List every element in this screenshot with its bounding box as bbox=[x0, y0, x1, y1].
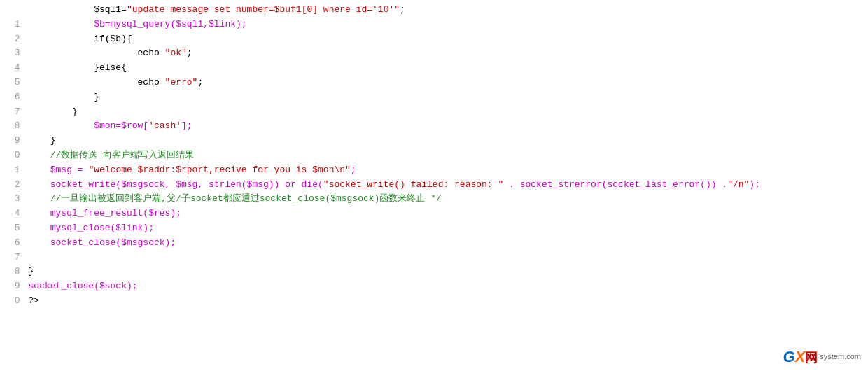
line-code: //一旦输出被返回到客户端,父/子socket都应通过socket_close(… bbox=[26, 192, 868, 207]
code-segment: "update message set number=$buf1[0] wher… bbox=[127, 4, 400, 15]
line-number: 3 bbox=[0, 46, 26, 61]
line-number: 4 bbox=[0, 61, 26, 76]
line-number: 0 bbox=[0, 148, 26, 163]
line-number: 8 bbox=[0, 119, 26, 134]
code-segment: } bbox=[29, 106, 78, 117]
line-number: 5 bbox=[0, 221, 26, 236]
watermark-x: X bbox=[795, 344, 806, 369]
line-number: 0 bbox=[0, 294, 26, 309]
code-segment: ; bbox=[187, 48, 192, 58]
code-table: $sql1="update message set number=$buf1[0… bbox=[0, 3, 868, 309]
table-row: 0 //数据传送 向客户端写入返回结果 bbox=[0, 148, 868, 163]
code-segment: ; bbox=[351, 165, 356, 175]
line-code: } bbox=[26, 105, 868, 120]
table-row: 4 }else{ bbox=[0, 61, 868, 76]
line-number: 9 bbox=[0, 134, 26, 148]
code-segment: mysql_free_result($res); bbox=[29, 208, 181, 218]
code-segment: "socket_write() failed: reason: " bbox=[323, 179, 503, 190]
code-segment: "ok" bbox=[165, 48, 187, 58]
line-code: socket_write($msgsock, $msg, strlen($msg… bbox=[26, 178, 868, 193]
code-segment: 'cash' bbox=[148, 120, 181, 131]
line-code: if($b){ bbox=[26, 32, 868, 47]
watermark-g: G bbox=[783, 344, 795, 369]
table-row: 2 socket_write($msgsock, $msg, strlen($m… bbox=[0, 178, 868, 193]
table-row: 1 $msg = "welcome $raddr:$rport,recive f… bbox=[0, 163, 868, 178]
watermark-net: 网 bbox=[805, 348, 818, 368]
code-segment: "/n" bbox=[727, 179, 749, 190]
line-code: $sql1="update message set number=$buf1[0… bbox=[26, 3, 868, 18]
table-row: 8 $mon=$row['cash']; bbox=[0, 119, 868, 134]
line-code: } bbox=[26, 265, 868, 279]
code-segment: ?> bbox=[29, 295, 40, 306]
code-segment: } bbox=[29, 92, 99, 102]
code-segment: "erro" bbox=[165, 77, 198, 88]
line-number: 7 bbox=[0, 251, 26, 265]
code-segment: ]; bbox=[181, 120, 192, 131]
code-segment: ; bbox=[400, 4, 405, 15]
table-row: 9socket_close($sock); bbox=[0, 279, 868, 294]
line-number: 1 bbox=[0, 163, 26, 178]
table-row: 9 } bbox=[0, 134, 868, 148]
line-code: } bbox=[26, 134, 868, 148]
table-row: 2 if($b){ bbox=[0, 32, 868, 47]
table-row: 0?> bbox=[0, 294, 868, 309]
line-number: 5 bbox=[0, 76, 26, 90]
table-row: 3 echo "ok"; bbox=[0, 46, 868, 61]
line-code bbox=[26, 251, 868, 265]
table-row: 1 $b=mysql_query($sql1,$link); bbox=[0, 18, 868, 32]
code-segment: ); bbox=[749, 179, 760, 190]
code-segment: socket_write($msgsock, $msg, strlen($msg… bbox=[29, 179, 323, 190]
line-code: ?> bbox=[26, 294, 868, 309]
code-segment: echo bbox=[29, 48, 165, 58]
table-row: $sql1="update message set number=$buf1[0… bbox=[0, 3, 868, 18]
code-segment: } bbox=[29, 135, 56, 146]
code-segment: //数据传送 向客户端写入返回结果 bbox=[29, 150, 195, 160]
line-code: socket_close($msgsock); bbox=[26, 236, 868, 251]
table-row: 7 } bbox=[0, 105, 868, 120]
line-number: 2 bbox=[0, 178, 26, 193]
line-code: } bbox=[26, 90, 868, 105]
line-number: 6 bbox=[0, 236, 26, 251]
line-number: 4 bbox=[0, 207, 26, 221]
line-code: echo "ok"; bbox=[26, 46, 868, 61]
code-segment: $mon=$row[ bbox=[29, 120, 149, 131]
table-row: 5 echo "erro"; bbox=[0, 76, 868, 90]
code-segment: echo bbox=[29, 77, 165, 88]
line-code: echo "erro"; bbox=[26, 76, 868, 90]
watermark-site: system.com bbox=[820, 352, 861, 361]
table-row: 3 //一旦输出被返回到客户端,父/子socket都应通过socket_clos… bbox=[0, 192, 868, 207]
line-number: 2 bbox=[0, 32, 26, 47]
code-segment: $b=mysql_query($sql1,$link); bbox=[29, 19, 247, 29]
code-segment: $msg = bbox=[29, 165, 89, 175]
line-number bbox=[0, 3, 26, 18]
line-code: //数据传送 向客户端写入返回结果 bbox=[26, 148, 868, 163]
line-code: mysql_free_result($res); bbox=[26, 207, 868, 221]
table-row: 7 bbox=[0, 251, 868, 265]
code-segment: } bbox=[29, 266, 34, 277]
code-segment: "welcome $raddr:$rport,recive for you is… bbox=[88, 165, 350, 175]
code-segment: socket_close($sock); bbox=[29, 281, 138, 291]
line-code: socket_close($sock); bbox=[26, 279, 868, 294]
line-code: $msg = "welcome $raddr:$rport,recive for… bbox=[26, 163, 868, 178]
table-row: 6 } bbox=[0, 90, 868, 105]
watermark: G X 网 system.com bbox=[783, 344, 862, 369]
code-segment: if($b){ bbox=[29, 34, 132, 44]
table-row: 4 mysql_free_result($res); bbox=[0, 207, 868, 221]
code-segment: }else{ bbox=[29, 62, 127, 73]
line-code: $mon=$row['cash']; bbox=[26, 119, 868, 134]
code-segment: . socket_strerror(socket_last_error()) . bbox=[503, 179, 727, 190]
code-segment: $sql1= bbox=[29, 4, 127, 15]
line-number: 9 bbox=[0, 279, 26, 294]
line-number: 3 bbox=[0, 192, 26, 207]
code-segment: ; bbox=[197, 77, 203, 88]
table-row: 8} bbox=[0, 265, 868, 279]
code-segment: //一旦输出被返回到客户端,父/子socket都应通过socket_close(… bbox=[29, 193, 442, 204]
code-segment: socket_close($msgsock); bbox=[29, 237, 176, 248]
line-number: 8 bbox=[0, 265, 26, 279]
code-container: $sql1="update message set number=$buf1[0… bbox=[0, 0, 868, 376]
line-code: $b=mysql_query($sql1,$link); bbox=[26, 18, 868, 32]
line-code: mysql_close($link); bbox=[26, 221, 868, 236]
table-row: 6 socket_close($msgsock); bbox=[0, 236, 868, 251]
code-segment: mysql_close($link); bbox=[29, 223, 154, 233]
line-number: 7 bbox=[0, 105, 26, 120]
